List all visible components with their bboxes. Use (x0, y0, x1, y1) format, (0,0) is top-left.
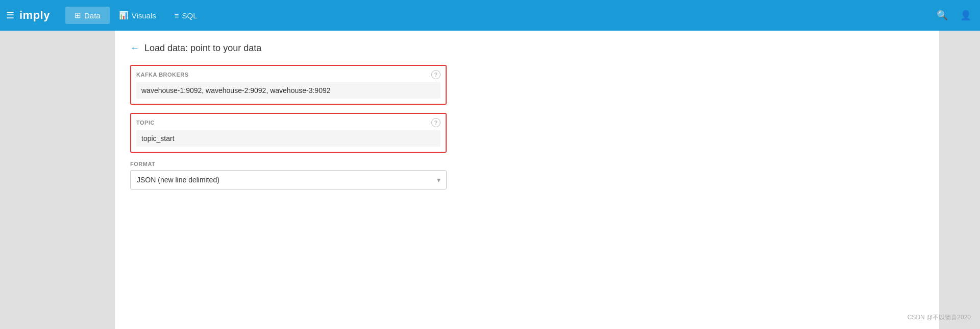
search-icon: 🔍 (937, 10, 948, 21)
nav-link-sql-label: SQL (182, 11, 198, 20)
format-select[interactable]: JSON (new line delimited)CSVTSVAvroParqu… (130, 170, 447, 190)
topic-help-icon[interactable]: ? (431, 118, 440, 127)
format-select-wrapper: JSON (new line delimited)CSVTSVAvroParqu… (130, 170, 447, 190)
search-button[interactable]: 🔍 (934, 7, 950, 24)
right-sidebar (939, 31, 980, 329)
kafka-brokers-field-group: KAFKA BROKERS ? (130, 65, 447, 105)
topic-label: TOPIC ? (136, 118, 440, 127)
kafka-brokers-help-icon[interactable]: ? (431, 70, 440, 79)
nav-right-actions: 🔍 👤 (934, 7, 974, 24)
nav-link-data-label: Data (84, 11, 101, 20)
nav-links: ⊞ Data 📊 Visuals ≡ SQL (65, 7, 934, 24)
topic-field-group: TOPIC ? (130, 113, 447, 153)
nav-link-visuals-label: Visuals (132, 11, 156, 20)
nav-link-visuals[interactable]: 📊 Visuals (110, 7, 165, 24)
kafka-brokers-input[interactable] (136, 82, 440, 99)
back-button[interactable]: ← (130, 43, 139, 54)
brand-logo: imply (19, 9, 50, 22)
sql-icon: ≡ (175, 11, 179, 20)
page-wrapper: ← Load data: point to your data KAFKA BR… (0, 31, 980, 329)
kafka-brokers-label-text: KAFKA BROKERS (136, 72, 189, 78)
user-icon: 👤 (960, 10, 971, 21)
top-navigation: ☰ imply ⊞ Data 📊 Visuals ≡ SQL 🔍 👤 (0, 0, 980, 31)
visuals-icon: 📊 (119, 11, 129, 20)
page-header: ← Load data: point to your data (130, 43, 924, 54)
format-field-group: FORMAT JSON (new line delimited)CSVTSVAv… (130, 161, 447, 190)
topic-label-text: TOPIC (136, 120, 155, 126)
watermark: CSDN @不以物喜2020 (908, 313, 971, 322)
format-label: FORMAT (130, 161, 447, 167)
nav-link-data[interactable]: ⊞ Data (65, 7, 110, 24)
topic-input[interactable] (136, 130, 440, 147)
menu-icon[interactable]: ☰ (6, 10, 14, 21)
user-button[interactable]: 👤 (958, 7, 974, 24)
page-title: Load data: point to your data (144, 43, 261, 54)
kafka-brokers-label: KAFKA BROKERS ? (136, 70, 440, 79)
data-icon: ⊞ (75, 11, 81, 20)
main-content: ← Load data: point to your data KAFKA BR… (115, 31, 939, 329)
left-sidebar (0, 31, 115, 329)
nav-link-sql[interactable]: ≡ SQL (165, 7, 207, 24)
form-section: KAFKA BROKERS ? TOPIC ? FORMAT JSON (new… (130, 65, 447, 190)
